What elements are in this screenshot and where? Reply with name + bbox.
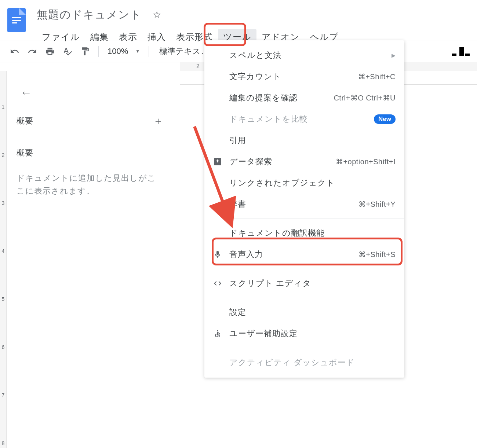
print-button[interactable] bbox=[43, 44, 57, 59]
menu-linked-objects[interactable]: リンクされたオブジェクト bbox=[204, 172, 404, 194]
shortcut-label: ⌘+Shift+Y bbox=[358, 200, 396, 209]
add-outline-button[interactable]: ＋ bbox=[153, 114, 163, 128]
header: 無題のドキュメント ☆ ファイル 編集 表示 挿入 表示形式 ツール アドオン … bbox=[0, 0, 477, 40]
tools-dropdown-menu: スペルと文法 ▶ 文字カウント ⌘+Shift+C 編集の提案を確認 Ctrl+… bbox=[204, 40, 404, 378]
spellcheck-button[interactable] bbox=[60, 44, 75, 59]
menu-file[interactable]: ファイル bbox=[37, 29, 85, 45]
shortcut-label: ⌘+Shift+C bbox=[358, 72, 396, 81]
star-icon[interactable]: ☆ bbox=[153, 9, 161, 21]
vertical-ruler[interactable]: 1 2 3 4 5 6 7 8 bbox=[0, 71, 7, 448]
menu-compare-docs: ドキュメントを比較 New bbox=[204, 109, 404, 130]
outline-empty-text: ドキュメントに追加した見出しがここに表示されます。 bbox=[17, 172, 163, 197]
ruler-mark: 2 bbox=[196, 63, 200, 70]
chevron-right-icon: ▶ bbox=[392, 52, 396, 58]
outline-panel: ← 概要 ＋ 概要 ドキュメントに追加した見出しがここに表示されます。 bbox=[0, 71, 180, 448]
menu-voice-typing[interactable]: 音声入力 ⌘+Shift+S bbox=[204, 244, 404, 265]
undo-button[interactable] bbox=[7, 44, 22, 59]
back-arrow-button[interactable]: ← bbox=[20, 86, 163, 99]
svg-point-0 bbox=[217, 330, 218, 331]
menu-dictionary[interactable]: 辞書 ⌘+Shift+Y bbox=[204, 194, 404, 215]
zoom-select[interactable]: 100% ▼ bbox=[105, 45, 143, 58]
menu-script-editor[interactable]: スクリプト エディタ bbox=[204, 273, 404, 294]
shortcut-label: Ctrl+⌘O Ctrl+⌘U bbox=[334, 93, 396, 102]
menu-preferences[interactable]: 設定 bbox=[204, 302, 404, 323]
menu-edit[interactable]: 編集 bbox=[85, 29, 114, 45]
script-icon bbox=[213, 279, 229, 288]
shortcut-label: ⌘+option+Shift+I bbox=[336, 157, 396, 166]
document-title[interactable]: 無題のドキュメント bbox=[37, 7, 142, 22]
docs-logo[interactable] bbox=[7, 8, 26, 32]
menu-translate[interactable]: ドキュメントの翻訳機能 bbox=[204, 223, 404, 244]
outline-header-title: 概要 bbox=[17, 115, 33, 126]
menu-activity-dashboard: アクティビティ ダッシュボード bbox=[204, 352, 404, 373]
menu-word-count[interactable]: 文字カウント ⌘+Shift+C bbox=[204, 66, 404, 87]
menu-spelling[interactable]: スペルと文法 ▶ bbox=[204, 45, 404, 66]
paint-format-button[interactable] bbox=[78, 44, 92, 59]
new-badge: New bbox=[374, 114, 396, 124]
menu-accessibility[interactable]: ユーザー補助設定 bbox=[204, 323, 404, 344]
redo-button[interactable] bbox=[25, 44, 40, 59]
menu-explore[interactable]: データ探索 ⌘+option+Shift+I bbox=[204, 151, 404, 172]
menu-citations[interactable]: 引用 bbox=[204, 130, 404, 151]
menu-view[interactable]: 表示 bbox=[114, 29, 142, 45]
accessibility-icon bbox=[213, 329, 229, 338]
overflow-indicator bbox=[452, 47, 470, 56]
explore-icon bbox=[213, 157, 229, 166]
mic-icon bbox=[213, 250, 229, 259]
shortcut-label: ⌘+Shift+S bbox=[358, 250, 396, 259]
menu-review-suggestions[interactable]: 編集の提案を確認 Ctrl+⌘O Ctrl+⌘U bbox=[204, 87, 404, 109]
outline-section-title: 概要 bbox=[17, 147, 163, 158]
menu-insert[interactable]: 挿入 bbox=[142, 29, 171, 45]
